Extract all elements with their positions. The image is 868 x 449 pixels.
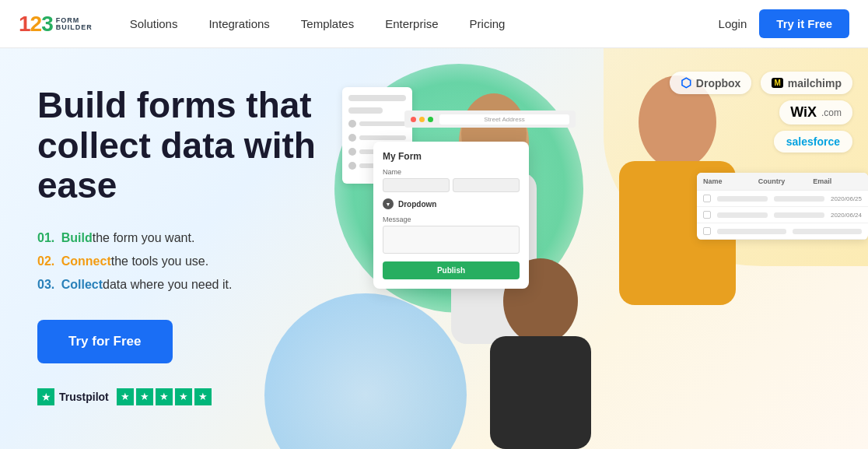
form-name-label: Name — [383, 168, 520, 176]
form-message-label: Message — [383, 216, 520, 223]
logo-digit-3: 3 — [41, 12, 53, 36]
sidebar-mock-item-4 — [348, 134, 406, 142]
trustpilot: ★ Trustpilot ★ ★ ★ ★ ★ — [37, 388, 317, 405]
sidebar-mock-item-3 — [348, 120, 406, 128]
browser-bar: Street Address — [404, 110, 576, 128]
logo-builder-label: BUILDER — [56, 24, 93, 31]
form-mockup-title: My Form — [383, 151, 520, 162]
dropbox-label: Dropbox — [696, 77, 741, 89]
table-header-name: Name — [703, 177, 752, 185]
logo-digit-2: 2 — [30, 12, 42, 36]
nav-templates[interactable]: Templates — [289, 11, 366, 37]
wix-badge: WiX.com — [779, 100, 852, 125]
logo-numbers: 123 — [19, 13, 53, 35]
svg-rect-6 — [490, 336, 591, 449]
integration-row-2: WiX.com — [670, 100, 852, 125]
sidebar-line-1 — [359, 121, 406, 126]
table-cell-2-2 — [774, 212, 824, 218]
integration-row-1: ⬡ Dropbox M mailchimp — [670, 72, 852, 94]
feature-item-build: 01. Build the form you want. — [37, 231, 317, 245]
star-4: ★ — [175, 388, 192, 405]
dropdown-icon: ▼ — [383, 198, 394, 209]
nav-right: Login Try it Free — [719, 9, 849, 38]
try-it-free-button[interactable]: Try it Free — [759, 9, 849, 38]
nav-pricing[interactable]: Pricing — [457, 11, 518, 37]
sidebar-mock-item-2 — [348, 107, 383, 114]
table-cell-3-2 — [793, 229, 862, 234]
mailchimp-icon: M — [772, 78, 782, 88]
trustpilot-logo: ★ Trustpilot — [37, 388, 109, 405]
feature-num-2: 02. — [37, 254, 54, 268]
integration-row-3: salesforce — [670, 131, 852, 153]
maximize-dot — [428, 117, 433, 122]
nav-integrations[interactable]: Integrations — [196, 11, 282, 37]
form-dropdown: ▼ Dropdown — [383, 198, 520, 209]
table-row-1: 2020/06/25 — [697, 191, 868, 207]
sidebar-dot-3 — [348, 148, 356, 156]
table-cell-1-2 — [774, 196, 824, 202]
table-checkbox-2 — [703, 211, 711, 219]
sidebar-dot-4 — [348, 162, 356, 170]
feature-list: 01. Build the form you want. 02. Connect… — [37, 231, 317, 292]
salesforce-badge: salesforce — [774, 131, 852, 153]
login-button[interactable]: Login — [719, 17, 747, 30]
feature-text-build: the form you want. — [93, 231, 195, 245]
logo-digit-1: 1 — [19, 12, 30, 36]
close-dot — [411, 117, 416, 122]
trustpilot-stars: ★ ★ ★ ★ ★ — [117, 388, 212, 405]
table-checkbox-1 — [703, 195, 711, 202]
trustpilot-star-icon: ★ — [37, 388, 54, 405]
form-first-input — [383, 178, 450, 192]
table-date-1: 2020/06/25 — [831, 195, 862, 202]
feature-item-collect: 03. Collect data where you need it. — [37, 278, 317, 292]
table-row-2: 2020/06/24 — [697, 207, 868, 223]
table-header: Name Country Email — [697, 173, 868, 191]
dropbox-icon: ⬡ — [681, 75, 691, 90]
table-row-3 — [697, 223, 868, 240]
hero-right: ⬡ Dropbox M mailchimp WiX.com salesforce — [342, 48, 868, 449]
address-bar-text: Street Address — [439, 114, 569, 125]
feature-text-collect: data where you need it. — [103, 278, 232, 292]
minimize-dot — [419, 117, 425, 122]
nav-enterprise[interactable]: Enterprise — [373, 11, 450, 37]
nav-links: Solutions Integrations Templates Enterpr… — [117, 11, 719, 37]
hero-left: Build forms that collect data with ease … — [0, 48, 342, 449]
star-2: ★ — [136, 388, 153, 405]
feature-num-1: 01. — [37, 231, 54, 245]
try-for-free-button[interactable]: Try for Free — [37, 320, 173, 363]
form-message-area — [383, 226, 520, 254]
table-cell-3-1 — [717, 229, 786, 234]
wix-com-label: .com — [821, 107, 842, 118]
navbar: 123 FORM BUILDER Solutions Integrations … — [0, 0, 868, 48]
table-date-2: 2020/06/24 — [831, 212, 862, 219]
trustpilot-name: Trustpilot — [59, 391, 109, 403]
form-mockup: My Form Name ▼ Dropdown Message Publish — [373, 142, 529, 289]
window-controls — [411, 117, 433, 122]
logo[interactable]: 123 FORM BUILDER — [19, 13, 93, 35]
sidebar-dot-1 — [348, 120, 356, 128]
dropbox-badge: ⬡ Dropbox — [670, 72, 752, 94]
dropdown-label: Dropdown — [398, 200, 436, 209]
form-name-row — [383, 178, 520, 192]
form-publish-button[interactable]: Publish — [383, 261, 520, 279]
wix-label: WiX — [790, 104, 817, 121]
hero-title: Build forms that collect data with ease — [37, 86, 317, 206]
mailchimp-label: mailchimp — [788, 77, 842, 89]
form-last-input — [453, 178, 520, 192]
nav-solutions[interactable]: Solutions — [117, 11, 191, 37]
salesforce-label: salesforce — [786, 135, 840, 148]
integration-logos: ⬡ Dropbox M mailchimp WiX.com salesforce — [670, 72, 852, 153]
table-header-country: Country — [758, 177, 807, 185]
star-1: ★ — [117, 388, 134, 405]
feature-text-connect: the tools you use. — [111, 254, 208, 268]
sidebar-dot-2 — [348, 134, 356, 142]
table-cell-2-1 — [717, 212, 768, 218]
feature-keyword-collect: Collect — [61, 278, 103, 292]
table-checkbox-3 — [703, 227, 711, 235]
table-cell-1-1 — [717, 196, 768, 202]
sidebar-mock-item-1 — [348, 95, 406, 101]
feature-num-3: 03. — [37, 278, 54, 292]
data-table-mockup: Name Country Email 2020/06/25 2020/06/24 — [697, 173, 868, 240]
star-5: ★ — [194, 388, 212, 405]
feature-keyword-connect: Connect — [61, 254, 111, 268]
